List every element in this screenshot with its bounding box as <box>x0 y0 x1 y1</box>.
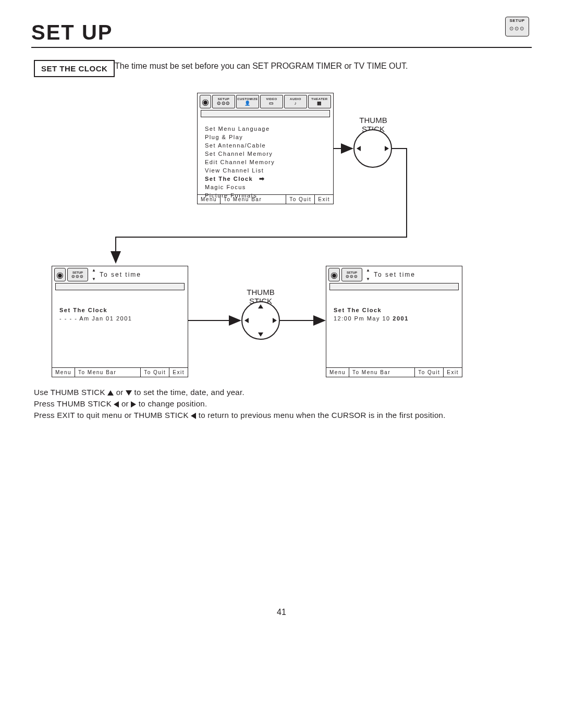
footer-exit: Exit <box>444 368 462 377</box>
tab-audio: AUDIO♪ <box>284 95 307 108</box>
footer-menubar: To Menu Bar <box>221 195 286 204</box>
footer-exit: Exit <box>315 195 333 204</box>
setup-tab-icon: ⊙⊙⊙ <box>217 101 230 106</box>
page-title: SET UP <box>31 21 113 44</box>
instruction-line: Press EXIT to quit menu or THUMB STICK t… <box>34 410 446 421</box>
setup-dials-icon: ⊙⊙⊙ <box>509 26 525 31</box>
sub-value: - - - - Am Jan 01 2001 <box>59 314 182 323</box>
footer-exit: Exit <box>169 368 188 377</box>
sub-setup-icon: SETUP ⊙⊙⊙ <box>67 268 88 281</box>
audio-tab-icon: ♪ <box>295 101 297 106</box>
tab-video: VIDEO▭ <box>260 95 283 108</box>
arrow-down-icon <box>126 390 132 396</box>
instr-text: or <box>119 399 131 408</box>
sub-value-bold: 2001 <box>393 315 408 322</box>
instruction-line: Press THUMB STICK or to change position. <box>34 398 446 410</box>
sub-header-label: To set time <box>374 268 415 281</box>
sub-updown-icon: ▲ ▼ <box>90 268 98 281</box>
sub-round-icon: ◉ <box>328 268 340 281</box>
footer-menubar: To Menu Bar <box>349 368 415 377</box>
sub-banner <box>329 283 459 290</box>
sub-setup-dials-icon: ⊙⊙⊙ <box>346 274 358 279</box>
tab-theater: THEATER▦ <box>308 95 331 108</box>
instructions: Use THUMB STICK or to set the time, date… <box>34 387 446 421</box>
setup-corner-icon: SETUP ⊙⊙⊙ <box>505 17 529 36</box>
menu-item: Set Channel Memory <box>205 150 328 158</box>
arrow-down-icon: ▼ <box>92 277 96 281</box>
menu-item-selected: Set The Clock➡ <box>205 175 328 183</box>
sub-setup-dials-icon: ⊙⊙⊙ <box>71 274 84 279</box>
theater-tab-icon: ▦ <box>317 101 322 106</box>
page-number: 41 <box>0 608 563 617</box>
arrow-down-icon: ▼ <box>366 277 370 281</box>
sub-banner <box>55 283 185 290</box>
arrow-left-icon <box>244 318 249 323</box>
arrow-right-icon <box>131 401 136 408</box>
footer-menu: Menu <box>198 195 221 204</box>
instr-text: to return to previous menu when the CURS… <box>196 411 445 419</box>
sub-header-label: To set time <box>100 268 141 281</box>
footer-menu: Menu <box>326 368 349 377</box>
instruction-line: Use THUMB STICK or to set the time, date… <box>34 387 446 398</box>
sub-content: Set The Clock 12:00 Pm May 10 2001 <box>326 290 462 325</box>
menu-item: View Channel List <box>205 166 328 175</box>
menu-items: Set Menu Language Plug & Play Set Antenn… <box>198 117 333 202</box>
arrow-up-icon <box>107 390 114 396</box>
arrow-right-icon: ➡ <box>253 175 265 182</box>
sub-content: Set The Clock - - - - Am Jan 01 2001 <box>52 290 188 325</box>
menu-item: Set Antenna/Cable <box>205 141 328 150</box>
footer-quit: To Quit <box>141 368 169 377</box>
menu-item: Plug & Play <box>205 133 328 141</box>
instr-text: or <box>114 388 126 397</box>
footer-menubar: To Menu Bar <box>75 368 141 377</box>
title-rule <box>31 47 532 48</box>
menu-banner <box>201 110 330 117</box>
menu-item-selected-label: Set The Clock <box>205 176 253 182</box>
set-clock-panel-after: ◉ SETUP ⊙⊙⊙ ▲ ▼ To set time Set The Cloc… <box>326 266 462 377</box>
instr-text: Press THUMB STICK <box>34 399 114 408</box>
setup-menu-panel: ◉ SETUP⊙⊙⊙ CUSTOMIZE👤 VIDEO▭ AUDIO♪ THEA… <box>197 93 334 204</box>
arrow-left-icon <box>114 401 119 408</box>
video-tab-icon: ▭ <box>269 101 274 106</box>
thumbstick-icon <box>241 301 280 340</box>
footer-quit: To Quit <box>415 368 444 377</box>
footer-quit: To Quit <box>286 195 315 204</box>
sub-title: Set The Clock <box>334 306 457 314</box>
menu-item: Magic Focus <box>205 183 328 191</box>
sub-value-pre: 12:00 Pm May 10 <box>334 315 393 322</box>
instr-text: Use THUMB STICK <box>34 388 107 397</box>
section-label: SET THE CLOCK <box>34 60 115 77</box>
instr-text: Press EXIT to quit menu or THUMB STICK <box>34 411 191 419</box>
arrow-left-icon <box>357 146 361 151</box>
sub-header: ◉ SETUP ⊙⊙⊙ ▲ ▼ To set time <box>52 266 188 281</box>
sub-value: 12:00 Pm May 10 2001 <box>334 314 457 323</box>
instr-text: to change position. <box>136 399 207 408</box>
tab-customize: CUSTOMIZE👤 <box>236 95 259 108</box>
section-desc: The time must be set before you can SET … <box>115 61 408 71</box>
menu-tabs: ◉ SETUP⊙⊙⊙ CUSTOMIZE👤 VIDEO▭ AUDIO♪ THEA… <box>198 93 333 108</box>
footer-menu: Menu <box>52 368 75 377</box>
menu-item: Edit Channel Memory <box>205 158 328 166</box>
arrow-up-icon: ▲ <box>92 268 96 273</box>
sub-round-icon: ◉ <box>54 268 66 281</box>
thumbstick-icon <box>353 129 392 168</box>
menu-item: Set Menu Language <box>205 125 328 133</box>
arrow-up-icon <box>258 304 263 309</box>
sub-setup-icon: SETUP ⊙⊙⊙ <box>341 268 362 281</box>
menu-footer: Menu To Menu Bar To Quit Exit <box>326 367 462 377</box>
setup-corner-label: SETUP <box>506 18 529 23</box>
sub-title: Set The Clock <box>59 306 182 314</box>
customize-tab-icon: 👤 <box>244 101 251 106</box>
menu-footer: Menu To Menu Bar To Quit Exit <box>52 367 188 377</box>
sub-header: ◉ SETUP ⊙⊙⊙ ▲ ▼ To set time <box>326 266 462 281</box>
arrow-down-icon <box>258 332 263 337</box>
arrow-left-icon <box>191 413 196 419</box>
arrow-up-icon: ▲ <box>366 268 370 273</box>
tab-setup: SETUP⊙⊙⊙ <box>212 95 235 108</box>
sub-updown-icon: ▲ ▼ <box>364 268 372 281</box>
menu-footer: Menu To Menu Bar To Quit Exit <box>198 194 333 204</box>
instr-text: to set the time, date, and year. <box>132 388 244 397</box>
menu-tab-round-icon: ◉ <box>200 95 211 108</box>
arrow-right-icon <box>385 146 389 151</box>
set-clock-panel-before: ◉ SETUP ⊙⊙⊙ ▲ ▼ To set time Set The Cloc… <box>52 266 188 377</box>
